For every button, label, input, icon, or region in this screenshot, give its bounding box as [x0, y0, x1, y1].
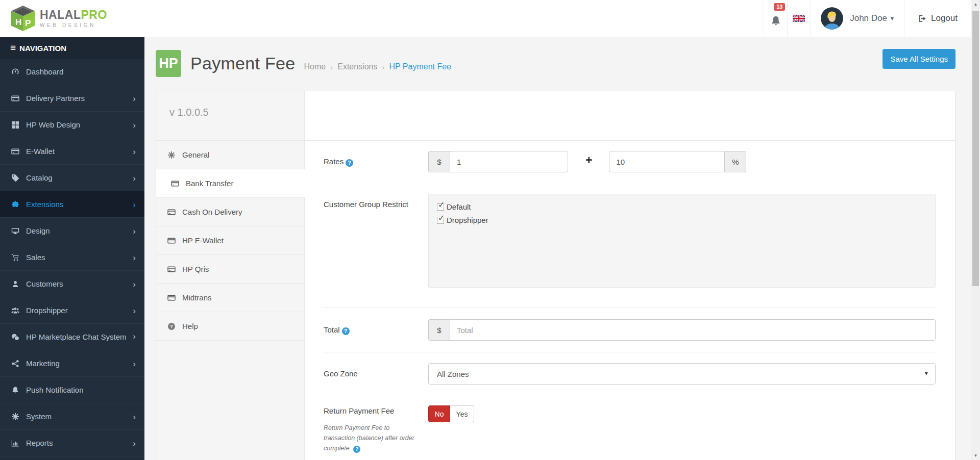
avatar	[821, 7, 843, 30]
settings-panel: v 1.0.0.5 General Bank Transfer Cash On …	[156, 91, 955, 460]
tab-label: HP E-Wallet	[182, 236, 224, 245]
credit-card-icon	[167, 265, 176, 273]
save-all-settings-button[interactable]: Save All Settings	[883, 49, 955, 69]
percent-addon: %	[725, 151, 746, 172]
help-icon[interactable]: ?	[353, 446, 360, 453]
sidebar-item-label: HP Web Design	[26, 120, 80, 129]
sidebar-item-sales[interactable]: Sales ›	[0, 244, 144, 271]
sidebar-item-design[interactable]: Design ›	[0, 218, 144, 244]
language-button[interactable]	[787, 0, 810, 37]
sidebar-navigation-header: ≡ NAVIGATION	[0, 37, 144, 59]
top-bar: H P HALALPRO WEB DESIGN 13	[0, 0, 971, 37]
sidebar-item-delivery-partners[interactable]: Delivery Partners ›	[0, 85, 144, 112]
brand-logo: H P HALALPRO WEB DESIGN	[0, 0, 144, 37]
topbar-spacer	[144, 0, 764, 37]
hp-page-badge: HP	[156, 50, 181, 77]
currency-addon: $	[428, 151, 450, 172]
return-fee-no-button[interactable]: No	[428, 405, 450, 422]
sidebar-item-reports[interactable]: Reports ›	[0, 430, 144, 456]
breadcrumb-current: HP Payment Fee	[389, 62, 451, 71]
sidebar-item-hp-marketplace-chat-system[interactable]: HP Marketplace Chat System ›	[0, 324, 144, 350]
sidebar-item-label: Design	[26, 226, 50, 235]
sidebar-item-extensions[interactable]: Extensions ›	[0, 191, 144, 218]
monitor-icon	[11, 227, 19, 235]
rate-fixed-input[interactable]	[450, 151, 568, 172]
tab-hp-qris[interactable]: HP Qris	[156, 255, 304, 284]
tab-bank-transfer[interactable]: Bank Transfer	[156, 169, 305, 198]
sidebar-item-catalog[interactable]: Catalog ›	[0, 165, 144, 191]
rate-percent-input[interactable]	[609, 151, 725, 172]
breadcrumb-extensions[interactable]: Extensions	[337, 62, 377, 71]
chevron-right-icon: ›	[133, 411, 136, 422]
credit-card-icon	[167, 294, 176, 302]
tab-midtrans[interactable]: Midtrans	[156, 284, 304, 312]
sidebar-item-customers[interactable]: Customers ›	[0, 271, 144, 297]
breadcrumb-home[interactable]: Home	[304, 62, 326, 71]
logout-button[interactable]: Logout	[904, 0, 971, 37]
chevron-right-icon: ›	[133, 252, 136, 263]
scroll-up-arrow-icon[interactable]: ▲	[971, 2, 980, 7]
chevron-right-icon: ›	[133, 305, 136, 316]
return-fee-yes-button[interactable]: Yes	[450, 405, 474, 422]
sidebar-header-label: NAVIGATION	[19, 44, 66, 53]
question-circle-icon	[167, 322, 176, 330]
user-menu[interactable]: John Doe ▾	[810, 0, 904, 37]
help-icon[interactable]: ?	[342, 327, 350, 335]
gear-icon	[11, 413, 19, 421]
brand-tagline: WEB DESIGN	[40, 23, 107, 28]
user-icon	[11, 280, 19, 288]
hamburger-icon[interactable]: ≡	[10, 42, 16, 54]
chevron-right-icon: ›	[133, 358, 136, 369]
sidebar-item-dashboard[interactable]: Dashboard	[0, 59, 144, 85]
chat-icon	[11, 333, 19, 341]
total-input[interactable]	[450, 319, 936, 341]
return-fee-label: Return Payment Fee	[324, 405, 412, 417]
geo-zone-select[interactable]: All Zones	[428, 363, 936, 385]
tab-content-header	[305, 91, 955, 141]
tab-label: HP Qris	[182, 265, 209, 273]
rates-row: Rates? $ + %	[324, 151, 936, 172]
bar-chart-icon	[11, 439, 19, 447]
notifications-button[interactable]: 13	[764, 0, 787, 37]
geo-zone-controls: All Zones ▾	[428, 363, 936, 385]
tab-cash-on-delivery[interactable]: Cash On Delivery	[156, 198, 304, 226]
sidebar-item-hp-web-design[interactable]: HP Web Design ›	[0, 112, 144, 138]
sidebar-item-marketing[interactable]: Marketing ›	[0, 350, 144, 377]
sidebar-item-label: Dashboard	[26, 67, 63, 76]
divider	[324, 352, 936, 352]
tab-hp-e-wallet[interactable]: HP E-Wallet	[156, 226, 304, 255]
halalpro-cube-logo-icon: H P	[11, 6, 35, 31]
tab-help[interactable]: Help	[156, 312, 304, 341]
checkbox-label[interactable]: Default	[447, 202, 471, 211]
help-icon[interactable]: ?	[346, 159, 353, 167]
sidebar-item-push-notification[interactable]: Push Notification	[0, 377, 144, 403]
brand-text: HALALPRO WEB DESIGN	[40, 9, 107, 28]
credit-card-icon	[11, 147, 19, 156]
default-checkbox[interactable]: ✓	[437, 203, 444, 211]
page-title: Payment Fee	[190, 54, 296, 73]
chevron-right-icon: ›	[133, 172, 136, 183]
page-header: HP Payment Fee Home › Extensions › HP Pa…	[156, 43, 955, 83]
scroll-down-arrow-icon[interactable]: ▼	[971, 453, 980, 458]
tab-label: Midtrans	[182, 293, 212, 302]
tab-general[interactable]: General	[156, 141, 304, 169]
geo-zone-row: Geo Zone All Zones ▾	[324, 363, 936, 385]
checkbox-label[interactable]: Dropshipper	[447, 216, 488, 224]
sidebar-item-e-wallet[interactable]: E-Wallet ›	[0, 138, 144, 165]
check-icon: ✓	[438, 213, 445, 223]
sidebar-item-label: Catalog	[26, 173, 53, 182]
version-label: v 1.0.0.5	[156, 91, 304, 141]
brand-name-secondary: PRO	[81, 8, 107, 21]
sidebar-item-label: Push Notification	[26, 386, 84, 394]
sidebar-item-label: E-Wallet	[26, 147, 55, 156]
sidebar-item-label: Reports	[26, 439, 53, 447]
scrollbar-thumb[interactable]	[972, 11, 979, 286]
tab-label: General	[182, 150, 209, 159]
sidebar-item-system[interactable]: System ›	[0, 403, 144, 430]
caret-down-icon: ▾	[891, 15, 894, 22]
vertical-scrollbar[interactable]: ▲ ▼	[971, 0, 980, 460]
check-icon: ✓	[438, 200, 445, 210]
dropshipper-checkbox[interactable]: ✓	[437, 217, 444, 224]
sidebar-item-dropshipper[interactable]: Dropshipper ›	[0, 297, 144, 324]
tabs-column: v 1.0.0.5 General Bank Transfer Cash On …	[156, 91, 305, 460]
